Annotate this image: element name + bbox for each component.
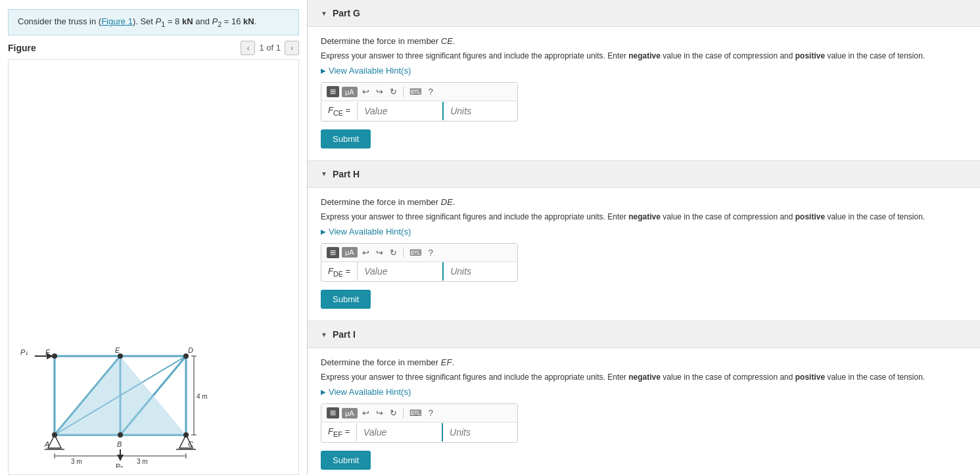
part-i-content: Determine the force in member EF. Expres…: [308, 348, 980, 475]
part-g-collapse-icon: ▼: [321, 10, 327, 17]
svg-point-13: [183, 353, 189, 359]
svg-text:C: C: [188, 440, 193, 448]
part-h-description: Determine the force in member DE.: [321, 197, 967, 207]
hint-i-arrow-icon: ▶: [321, 388, 326, 396]
part-g-instructions: Express your answer to three significant…: [321, 50, 967, 62]
part-g-hint-toggle[interactable]: ▶ View Available Hint(s): [321, 66, 967, 76]
part-g-refresh-icon[interactable]: ↻: [388, 87, 399, 97]
svg-text:E: E: [115, 346, 120, 354]
part-h-submit-button[interactable]: Submit: [321, 290, 371, 309]
part-g-frac-button[interactable]: ⊞: [327, 86, 339, 97]
part-g-hint-label: View Available Hint(s): [329, 66, 411, 76]
right-panel: ▼ Part G Determine the force in member C…: [308, 0, 980, 475]
part-h-force-label: FDE =: [321, 262, 357, 282]
figure-area: Figure ‹ 1 of 1 ›: [0, 35, 307, 475]
part-g-help-icon[interactable]: ?: [427, 87, 435, 97]
part-g-toolbar: ⊞ μA ↩ ↪ ↻ ⌨ ?: [321, 83, 517, 101]
part-i-submit-button[interactable]: Submit: [321, 451, 371, 470]
part-h-value-input[interactable]: [357, 262, 442, 281]
prev-figure-button[interactable]: ‹: [241, 41, 255, 55]
part-i-separator: [403, 408, 404, 418]
svg-text:4 m: 4 m: [197, 393, 208, 400]
part-h-label: Part H: [333, 169, 360, 179]
part-h-units-input[interactable]: [442, 262, 515, 281]
svg-point-11: [118, 432, 123, 438]
part-g-redo-icon[interactable]: ↪: [374, 87, 385, 97]
part-h-hint-label: View Available Hint(s): [329, 227, 411, 237]
part-h-hint-toggle[interactable]: ▶ View Available Hint(s): [321, 227, 967, 237]
figure-title: Figure: [8, 43, 36, 53]
part-i-section: ▼ Part I Determine the force in member E…: [308, 321, 980, 475]
part-h-help-icon[interactable]: ?: [427, 248, 435, 258]
svg-text:A: A: [44, 440, 49, 448]
part-g-units-input[interactable]: [442, 102, 515, 120]
part-g-force-label: FCE =: [321, 101, 357, 121]
part-g-content: Determine the force in member CE. Expres…: [308, 27, 980, 160]
part-g-keyboard-icon[interactable]: ⌨: [408, 87, 424, 97]
part-g-description: Determine the force in member CE.: [321, 36, 967, 46]
part-i-mu-button[interactable]: μA: [342, 408, 358, 418]
part-i-force-label: FEF =: [321, 422, 356, 442]
part-h-input-box: ⊞ μA ↩ ↪ ↻ ⌨ ? FDE =: [321, 243, 518, 283]
part-h-frac-button[interactable]: ⊞: [327, 247, 339, 258]
svg-marker-8: [55, 356, 120, 435]
part-h-instructions: Express your answer to three significant…: [321, 211, 967, 223]
part-h-collapse-icon: ▼: [321, 170, 327, 177]
part-h-mu-button[interactable]: μA: [342, 247, 358, 258]
part-h-header[interactable]: ▼ Part H: [308, 161, 980, 188]
part-i-description: Determine the force in member EF.: [321, 357, 967, 367]
figure-header: Figure ‹ 1 of 1 ›: [8, 41, 299, 55]
figure-page: 1 of 1: [259, 43, 281, 53]
left-panel: Consider the truss in (Figure 1). Set P1…: [0, 0, 308, 475]
part-h-toolbar: ⊞ μA ↩ ↪ ↻ ⌨ ?: [321, 244, 517, 262]
part-i-hint-toggle[interactable]: ▶ View Available Hint(s): [321, 387, 967, 397]
part-h-redo-icon[interactable]: ↪: [374, 248, 385, 258]
part-i-collapse-icon: ▼: [321, 331, 327, 338]
part-i-undo-icon[interactable]: ↩: [360, 408, 371, 418]
hint-g-arrow-icon: ▶: [321, 67, 326, 74]
part-h-undo-icon[interactable]: ↩: [360, 248, 371, 258]
part-g-section: ▼ Part G Determine the force in member C…: [308, 0, 980, 161]
part-g-value-input[interactable]: [357, 102, 442, 120]
part-i-refresh-icon[interactable]: ↻: [388, 408, 399, 418]
next-figure-button[interactable]: ›: [285, 41, 299, 55]
part-i-frac-button[interactable]: ⊞: [327, 407, 339, 418]
svg-point-14: [118, 353, 123, 359]
part-i-units-input[interactable]: [442, 423, 514, 441]
svg-text:3 m: 3 m: [137, 458, 148, 465]
problem-text: Consider the truss in (Figure 1). Set P1…: [18, 16, 256, 26]
part-i-hint-label: View Available Hint(s): [329, 387, 411, 397]
svg-text:D: D: [188, 346, 193, 354]
part-i-toolbar: ⊞ μA ↩ ↪ ↻ ⌨ ?: [321, 404, 517, 422]
part-i-help-icon[interactable]: ?: [427, 408, 435, 418]
part-g-submit-button[interactable]: Submit: [321, 129, 371, 148]
part-h-separator: [403, 247, 404, 258]
part-i-redo-icon[interactable]: ↪: [374, 408, 385, 418]
part-i-value-input[interactable]: [356, 423, 442, 441]
part-i-instructions: Express your answer to three significant…: [321, 371, 967, 383]
hint-h-arrow-icon: ▶: [321, 228, 326, 235]
truss-svg: F E D A B C P₁ P₂ 3 m 3 m: [15, 317, 291, 468]
part-i-input-box: ⊞ μA ↩ ↪ ↻ ⌨ ? FEF =: [321, 403, 518, 443]
figure-link[interactable]: Figure 1: [101, 16, 133, 26]
svg-text:P₁: P₁: [20, 348, 28, 356]
svg-text:B: B: [117, 440, 122, 448]
part-i-input-row: FEF =: [321, 422, 517, 442]
part-g-separator: [403, 87, 404, 97]
part-g-input-row: FCE =: [321, 101, 517, 121]
svg-text:P₂: P₂: [116, 463, 123, 468]
part-i-label: Part I: [333, 329, 356, 340]
part-h-content: Determine the force in member DE. Expres…: [308, 188, 980, 321]
figure-canvas: F E D A B C P₁ P₂ 3 m 3 m: [8, 59, 299, 475]
part-g-mu-button[interactable]: μA: [342, 87, 358, 97]
part-h-section: ▼ Part H Determine the force in member D…: [308, 161, 980, 322]
figure-nav: ‹ 1 of 1 ›: [241, 41, 299, 55]
part-g-label: Part G: [333, 8, 360, 18]
part-g-undo-icon[interactable]: ↩: [360, 87, 371, 97]
problem-statement: Consider the truss in (Figure 1). Set P1…: [8, 9, 299, 35]
part-i-keyboard-icon[interactable]: ⌨: [408, 408, 424, 418]
part-h-keyboard-icon[interactable]: ⌨: [408, 248, 424, 258]
part-g-header[interactable]: ▼ Part G: [308, 0, 980, 27]
part-h-refresh-icon[interactable]: ↻: [388, 248, 399, 258]
part-i-header[interactable]: ▼ Part I: [308, 321, 980, 348]
